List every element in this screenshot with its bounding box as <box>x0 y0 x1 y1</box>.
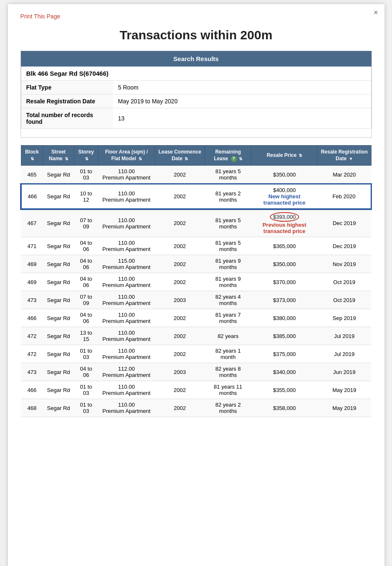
cell-reg-date: Dec 2019 <box>318 237 371 255</box>
cell-block: 467 <box>21 209 43 237</box>
sort-icon-remaining-lease[interactable]: ⇅ <box>239 156 242 161</box>
total-records-row: Total number of records found 13 <box>21 108 371 129</box>
cell-block: 468 <box>21 399 43 417</box>
table-row: 472Segar Rd13 to 15110.00Premium Apartme… <box>21 327 371 345</box>
cell-remaining-lease: 81 years 11 months <box>205 381 251 399</box>
cell-street: Segar Rd <box>43 381 74 399</box>
cell-block: 472 <box>21 327 43 345</box>
cell-resale-price: $350,000 <box>251 166 318 184</box>
cell-street: Segar Rd <box>43 327 74 345</box>
sort-icon-lease-commence[interactable]: ⇅ <box>184 156 188 161</box>
cell-remaining-lease: 81 years 5 months <box>205 209 251 237</box>
cell-lease-commence: 2002 <box>155 327 205 345</box>
col-resale-price: Resale Price ⇅ <box>251 146 318 166</box>
info-table: Blk 466 Segar Rd S(670466) Flat Type 5 R… <box>21 67 372 129</box>
col-block: Block ⇅ <box>21 146 43 166</box>
cell-floor-area: 110.00Premium Apartment <box>98 291 155 309</box>
table-row: 466Segar Rd01 to 03110.00Premium Apartme… <box>21 381 371 399</box>
cell-street: Segar Rd <box>43 399 74 417</box>
cell-street: Segar Rd <box>43 363 74 381</box>
cell-floor-area: 110.00Premium Apartment <box>98 399 155 417</box>
cell-street: Segar Rd <box>43 309 74 327</box>
cell-storey: 04 to 06 <box>74 237 98 255</box>
cell-floor-area: 112.00Premium Apartment <box>98 363 155 381</box>
cell-lease-commence: 2002 <box>155 237 205 255</box>
question-icon[interactable]: ? <box>231 156 237 162</box>
table-row: 469Segar Rd04 to 06110.00Premium Apartme… <box>21 273 371 291</box>
cell-floor-area: 115.00Premium Apartment <box>98 255 155 273</box>
cell-storey: 04 to 06 <box>74 363 98 381</box>
prev-highest-label: Previous highest transacted price <box>255 222 314 234</box>
print-link[interactable]: Print This Page <box>20 13 60 20</box>
col-lease-commence: Lease Commence Date ⇅ <box>155 146 205 166</box>
cell-resale-price: $350,000 <box>251 255 318 273</box>
cell-resale-price: $385,000 <box>251 327 318 345</box>
cell-reg-date: Jul 2019 <box>318 345 371 363</box>
cell-floor-area: 110.00Premium Apartment <box>98 273 155 291</box>
cell-street: Segar Rd <box>43 184 74 209</box>
close-button[interactable]: × <box>374 8 378 17</box>
cell-reg-date: Nov 2019 <box>318 255 371 273</box>
cell-reg-date: Feb 2020 <box>318 184 371 209</box>
col-reg-date: Resale Registration Date ▼ <box>318 146 371 166</box>
cell-lease-commence: 2002 <box>155 209 205 237</box>
cell-lease-commence: 2002 <box>155 273 205 291</box>
block-value: Blk 466 Segar Rd S(670466) <box>21 67 371 81</box>
reg-date-row: Resale Registration Date May 2019 to May… <box>21 95 371 108</box>
flat-type-value: 5 Room <box>113 81 371 95</box>
new-highest-label: New highest transacted price <box>255 193 314 206</box>
cell-remaining-lease: 81 years 9 months <box>205 273 251 291</box>
cell-block: 473 <box>21 363 43 381</box>
total-records-label: Total number of records found <box>21 108 113 129</box>
cell-remaining-lease: 82 years 4 months <box>205 291 251 309</box>
table-row: 466Segar Rd10 to 12110.00Premium Apartme… <box>21 184 371 209</box>
cell-floor-area: 110.00Premium Apartment <box>98 381 155 399</box>
cell-storey: 07 to 09 <box>74 291 98 309</box>
cell-resale-price: $375,000 <box>251 345 318 363</box>
cell-street: Segar Rd <box>43 273 74 291</box>
cell-remaining-lease: 82 years 8 months <box>205 363 251 381</box>
table-row: 473Segar Rd07 to 09110.00Premium Apartme… <box>21 291 371 309</box>
cell-reg-date: May 2019 <box>318 399 371 417</box>
sort-icon-street[interactable]: ⇅ <box>65 156 68 161</box>
sort-icon-block[interactable]: ⇅ <box>31 156 34 161</box>
cell-reg-date: Jun 2019 <box>318 363 371 381</box>
cell-remaining-lease: 82 years 2 months <box>205 399 251 417</box>
cell-reg-date: Jul 2019 <box>318 327 371 345</box>
col-remaining-lease: Remaining Lease ? ⇅ <box>205 146 251 166</box>
cell-remaining-lease: 82 years 1 month <box>205 345 251 363</box>
cell-reg-date: Oct 2019 <box>318 273 371 291</box>
cell-resale-price: $400,000New highest transacted price <box>251 184 318 209</box>
transactions-table: Block ⇅ Street Name ⇅ Storey ⇅ Floor Are… <box>20 145 372 417</box>
cell-floor-area: 110.00Premium Apartment <box>98 209 155 237</box>
sort-icon-resale-price[interactable]: ⇅ <box>299 153 302 158</box>
cell-lease-commence: 2002 <box>155 345 205 363</box>
search-results-header: Search Results <box>21 51 372 67</box>
sort-icon-reg-date[interactable]: ▼ <box>349 156 353 161</box>
circled-price: $393,000 <box>270 212 299 222</box>
cell-storey: 01 to 03 <box>74 345 98 363</box>
search-results-section: Search Results Blk 466 Segar Rd S(670466… <box>20 51 372 138</box>
table-header-row: Block ⇅ Street Name ⇅ Storey ⇅ Floor Are… <box>21 146 371 166</box>
cell-reg-date: Sep 2019 <box>318 309 371 327</box>
sort-icon-floor-area[interactable]: ⇅ <box>138 156 142 161</box>
table-row: 467Segar Rd07 to 09110.00Premium Apartme… <box>21 209 371 237</box>
flat-type-row: Flat Type 5 Room <box>21 81 371 95</box>
cell-block: 466 <box>21 184 43 209</box>
cell-remaining-lease: 81 years 9 months <box>205 255 251 273</box>
cell-street: Segar Rd <box>43 166 74 184</box>
cell-resale-price: $340,000 <box>251 363 318 381</box>
col-storey: Storey ⇅ <box>74 146 98 166</box>
table-row: 471Segar Rd04 to 06110.00Premium Apartme… <box>21 237 371 255</box>
cell-floor-area: 110.00Premium Apartment <box>98 237 155 255</box>
reg-date-label: Resale Registration Date <box>21 95 113 108</box>
cell-lease-commence: 2003 <box>155 291 205 309</box>
col-floor-area: Floor Area (sqm) / Flat Model ⇅ <box>98 146 155 166</box>
cell-storey: 01 to 03 <box>74 381 98 399</box>
cell-remaining-lease: 81 years 5 months <box>205 237 251 255</box>
cell-storey: 04 to 06 <box>74 255 98 273</box>
table-row: 472Segar Rd01 to 03110.00Premium Apartme… <box>21 345 371 363</box>
table-row: 468Segar Rd01 to 03110.00Premium Apartme… <box>21 399 371 417</box>
cell-block: 473 <box>21 291 43 309</box>
sort-icon-storey[interactable]: ⇅ <box>85 156 88 161</box>
